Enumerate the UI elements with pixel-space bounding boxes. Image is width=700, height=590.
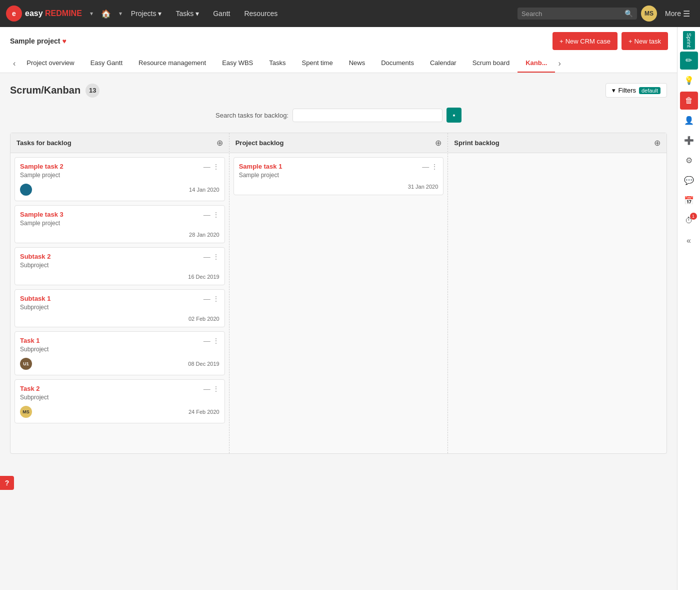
column-project-backlog-add[interactable]: ⊕ <box>435 138 442 148</box>
tab-easy-gantt[interactable]: Easy Gantt <box>82 54 130 73</box>
task-dash-icon: — <box>422 163 429 171</box>
task-menu-icon[interactable]: ⋮ <box>212 337 220 345</box>
task-date: 24 Feb 2020 <box>188 409 220 415</box>
gear-icon[interactable]: ⚙ <box>680 152 698 170</box>
task-menu-icon[interactable]: ⋮ <box>212 253 220 261</box>
tab-project-overview[interactable]: Project overview <box>18 54 82 73</box>
tabs-scroll-right[interactable]: › <box>555 57 564 70</box>
task-title: Sample task 3 <box>20 211 204 218</box>
tabs-scroll-left[interactable]: ‹ <box>10 57 18 70</box>
tab-scrum-board[interactable]: Scrum board <box>464 54 518 73</box>
tab-easy-wbs[interactable]: Easy WBS <box>214 54 261 73</box>
task-card-header: Subtask 1 — ⋮ <box>20 295 220 303</box>
column-sprint-backlog-header: Sprint backlog ⊕ <box>448 133 666 153</box>
column-sprint-backlog: Sprint backlog ⊕ <box>448 133 666 453</box>
task-menu-icon[interactable]: ⋮ <box>212 163 220 171</box>
task-card[interactable]: Sample task 3 — ⋮ Sample project 28 Jan … <box>14 205 225 243</box>
column-project-backlog-body: Sample task 1 — ⋮ Sample project 31 Jan … <box>230 153 448 453</box>
task-card[interactable]: Sample task 1 — ⋮ Sample project 31 Jan … <box>234 157 444 195</box>
task-count-badge: 13 <box>86 84 100 98</box>
task-menu-icon[interactable]: ⋮ <box>212 211 220 219</box>
task-menu-icon[interactable]: ⋮ <box>212 295 220 303</box>
task-dash-icon: — <box>204 295 210 303</box>
collapse-icon[interactable]: « <box>680 232 698 250</box>
task-card[interactable]: Task 2 — ⋮ Subproject MS 24 Feb 2020 <box>14 379 225 423</box>
timer-icon[interactable]: ⏱ 1 <box>680 212 698 230</box>
edit-icon[interactable]: ✏ <box>680 52 698 70</box>
task-footer: 02 Feb 2020 <box>20 316 220 322</box>
task-dash-icon: — <box>204 253 210 261</box>
column-sprint-backlog-add[interactable]: ⊕ <box>654 138 660 148</box>
kanban-title: Scrum/Kanban 13 <box>10 84 100 98</box>
chat-icon[interactable]: 💬 <box>680 172 698 190</box>
tab-resource-management[interactable]: Resource management <box>130 54 214 73</box>
task-menu-icon[interactable]: ⋮ <box>212 385 220 393</box>
right-sidebar: Sprint ✏ 💡 🗑 👤 ➕ ⚙ 💬 📅 ⏱ 1 « <box>677 27 700 464</box>
tab-kanban[interactable]: Kanb... <box>518 54 555 73</box>
nav-gantt[interactable]: Gantt <box>208 7 235 21</box>
nav-projects[interactable]: Projects ▾ <box>126 7 167 21</box>
calendar-icon[interactable]: 📅 <box>680 192 698 210</box>
task-dash-icon: — <box>204 163 210 171</box>
backlog-search-input[interactable] <box>292 109 442 122</box>
tab-spent-time[interactable]: Spent time <box>294 54 341 73</box>
kanban-board: Scrum/Kanban 13 ▾ Filters default Search… <box>0 73 677 464</box>
search-input[interactable] <box>522 10 622 18</box>
avatar[interactable]: MS <box>641 6 657 22</box>
nav-dropdown-arrow[interactable]: ▾ <box>90 10 93 17</box>
timer-badge: 1 <box>690 213 697 220</box>
backlog-search-label: Search tasks for backlog: <box>216 112 288 119</box>
tabs-row: ‹ Project overview Easy Gantt Resource m… <box>10 54 690 73</box>
task-card-header: Sample task 3 — ⋮ <box>20 211 220 219</box>
new-task-button[interactable]: + New task <box>622 32 668 50</box>
delete-icon[interactable]: 🗑 <box>680 92 698 110</box>
task-title: Task 2 <box>20 385 204 392</box>
task-project: Subproject <box>20 262 220 269</box>
task-title: Sample task 1 <box>239 163 422 170</box>
heart-icon: ♥ <box>62 37 66 45</box>
task-menu-icon[interactable]: ⋮ <box>431 163 438 171</box>
tab-documents[interactable]: Documents <box>373 54 422 73</box>
filter-default-badge: default <box>639 87 660 94</box>
column-tasks-backlog-add[interactable]: ⊕ <box>216 138 223 148</box>
bulb-icon[interactable]: 💡 <box>680 72 698 90</box>
task-footer: 16 Dec 2019 <box>20 274 220 280</box>
task-project: Subproject <box>20 394 220 401</box>
new-crm-case-button[interactable]: + New CRM case <box>552 32 618 50</box>
column-project-backlog-header: Project backlog ⊕ <box>230 133 448 153</box>
nav-tasks[interactable]: Tasks ▾ <box>170 7 204 21</box>
sprint-label[interactable]: Sprint <box>683 31 695 50</box>
nav-resources[interactable]: Resources <box>239 7 282 21</box>
logo[interactable]: e easy REDMINE <box>6 6 82 22</box>
filters-button[interactable]: ▾ Filters default <box>606 83 667 98</box>
more-button[interactable]: More ☰ <box>661 6 694 22</box>
add-box-icon[interactable]: ➕ <box>680 132 698 150</box>
task-date: 14 Jan 2020 <box>189 187 220 193</box>
task-footer: 14 Jan 2020 <box>20 184 220 196</box>
task-footer: MS 24 Feb 2020 <box>20 406 220 418</box>
tab-tasks[interactable]: Tasks <box>261 54 294 73</box>
task-card[interactable]: Subtask 2 — ⋮ Subproject 16 Dec 2019 <box>14 247 225 285</box>
nav-arrow-2[interactable]: ▾ <box>119 10 122 17</box>
task-date: 08 Dec 2019 <box>188 361 219 367</box>
column-sprint-backlog-body <box>448 153 666 453</box>
task-card[interactable]: Task 1 — ⋮ Subproject U1 08 Dec 2019 <box>14 331 225 375</box>
task-date: 28 Jan 2020 <box>189 232 220 238</box>
backlog-add-button[interactable]: ▪ <box>446 108 462 123</box>
project-header: Sample project ♥ + New CRM case + New ta… <box>0 27 700 73</box>
tab-calendar[interactable]: Calendar <box>422 54 464 73</box>
task-card[interactable]: Sample task 2 — ⋮ Sample project 14 Jan <box>14 157 225 201</box>
top-navigation: e easy REDMINE ▾ 🏠 ▾ Projects ▾ Tasks ▾ … <box>0 0 700 27</box>
task-footer: 28 Jan 2020 <box>20 232 220 238</box>
tab-news[interactable]: News <box>341 54 374 73</box>
column-project-backlog: Project backlog ⊕ Sample task 1 — ⋮ <box>230 133 448 453</box>
task-date: 16 Dec 2019 <box>188 274 219 280</box>
task-title: Subtask 1 <box>20 295 204 302</box>
task-project: Subproject <box>20 304 220 311</box>
search-bar[interactable]: 🔍 <box>518 8 637 20</box>
task-footer: 31 Jan 2020 <box>239 184 438 190</box>
task-card[interactable]: Subtask 1 — ⋮ Subproject 02 Feb 2020 <box>14 289 225 327</box>
user-icon[interactable]: 👤 <box>680 112 698 130</box>
main-content: Scrum/Kanban 13 ▾ Filters default Search… <box>0 73 700 464</box>
home-icon[interactable]: 🏠 <box>97 6 115 22</box>
